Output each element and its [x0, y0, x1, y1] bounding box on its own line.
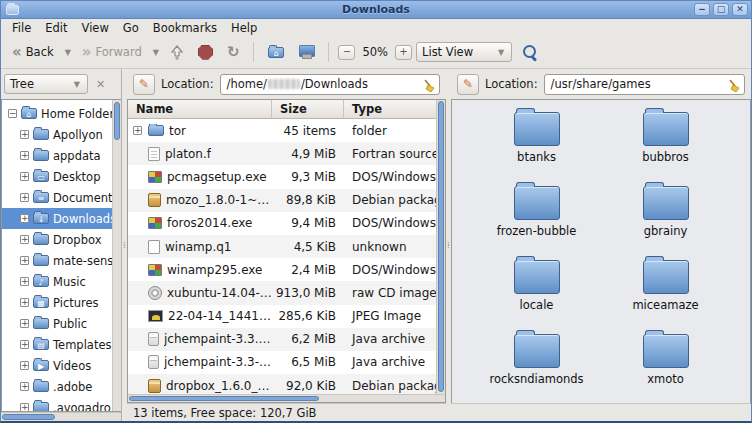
menu-bookmarks[interactable]: Bookmarks	[146, 20, 224, 36]
folder-item-locale[interactable]: locale	[472, 260, 601, 312]
folder-item-frozen-bubble[interactable]: frozen-bubble	[472, 186, 601, 238]
left-location-input[interactable]: /home//Downloads	[220, 74, 440, 95]
sidebar-item-desktop[interactable]: +▭Desktop	[2, 166, 112, 187]
file-row[interactable]: 22-04-14_1441.jpg285,6 KiBJPEG Image	[128, 305, 436, 328]
sidebar-item-mate-sensors-[interactable]: +mate-sensors-	[2, 250, 112, 271]
reload-button[interactable]: ↻	[222, 42, 245, 62]
scrollbar-thumb[interactable]	[114, 102, 120, 140]
tree-expander-icon[interactable]: +	[20, 361, 29, 370]
sidebar-item-public[interactable]: +Public	[2, 313, 112, 334]
menu-help[interactable]: Help	[224, 20, 264, 36]
up-button[interactable]	[165, 42, 189, 63]
sidebar-item--adobe[interactable]: +.adobe	[2, 376, 112, 397]
file-name: jchempaint-3.3.0.jar	[164, 332, 272, 346]
tree-expander-icon[interactable]: +	[20, 277, 29, 286]
file-row[interactable]: +tor45 itemsfolder	[128, 119, 436, 142]
column-header-name[interactable]: Name	[128, 100, 272, 118]
home-button[interactable]: ⌂	[263, 44, 289, 61]
back-button[interactable]: « Back	[7, 42, 59, 62]
sidebar-item-music[interactable]: +♪Music	[2, 271, 112, 292]
folder-item-xmoto[interactable]: xmoto	[601, 334, 730, 386]
file-name-cell: +tor	[128, 124, 272, 138]
tree-expander-icon[interactable]: +	[133, 126, 142, 135]
tree-expander-icon[interactable]: +	[20, 382, 29, 391]
sidebar-item-dropbox[interactable]: +Dropbox	[2, 229, 112, 250]
sidebar-item-home-folder[interactable]: −⌂Home Folder	[2, 103, 112, 124]
view-mode-select[interactable]: List View ▼	[416, 42, 512, 62]
sidebar-item-documents[interactable]: +≡Documents	[2, 187, 112, 208]
forward-button[interactable]: » Forward	[77, 42, 147, 62]
folder-item-gbrainy[interactable]: gbrainy	[601, 186, 730, 238]
column-header-type[interactable]: Type	[344, 100, 436, 118]
tree-expander-icon[interactable]: +	[20, 256, 29, 265]
menu-edit[interactable]: Edit	[38, 20, 74, 36]
zoom-out-button[interactable]: −	[338, 45, 355, 60]
sidebar: Tree ▼ ✕ −⌂Home Folder+Apollyon+appdata+…	[1, 69, 122, 421]
file-row[interactable]: jchempaint-3.3-1210...6,5 MiBJava archiv…	[128, 351, 436, 374]
file-size: 4,9 MiB	[272, 147, 344, 161]
sidebar-item-label: mate-sensors-	[53, 254, 112, 268]
file-row[interactable]: platon.f4,9 MiBFortran source co	[128, 142, 436, 165]
tree-expander-icon[interactable]: +	[20, 130, 29, 139]
maximize-button[interactable]: □	[713, 3, 729, 16]
file-type: Debian package	[344, 193, 436, 207]
file-row[interactable]: mozo_1.8.0-1~unoffi...89,8 KiBDebian pac…	[128, 189, 436, 212]
tree-expander-icon[interactable]: +	[20, 403, 29, 411]
list-horizontal-scrollbar[interactable]	[127, 394, 446, 403]
sidebar-item--avogadro[interactable]: +.avogadro	[2, 397, 112, 411]
clear-location-icon[interactable]	[422, 78, 436, 93]
file-row[interactable]: foros2014.exe9,4 MiBDOS/Windows ex	[128, 212, 436, 235]
forward-history-chevron-icon[interactable]: ▼	[151, 48, 161, 57]
back-history-chevron-icon[interactable]: ▼	[63, 48, 73, 57]
file-row[interactable]: jchempaint-3.3.0.jar6,2 MiBJava archive	[128, 328, 436, 351]
tree-expander-icon[interactable]: +	[20, 235, 29, 244]
tree-expander-icon[interactable]: +	[20, 340, 29, 349]
edit-location-icon[interactable]: ✎	[457, 74, 479, 95]
sidebar-mode-select[interactable]: Tree ▼	[4, 74, 88, 94]
sidebar-item-downloads[interactable]: +↓Downloads	[2, 208, 112, 229]
folder-item-bubbros[interactable]: bubbros	[601, 112, 730, 164]
sidebar-item-videos[interactable]: +▶Videos	[2, 355, 112, 376]
folder-item-btanks[interactable]: btanks	[472, 112, 601, 164]
column-header-size[interactable]: Size	[272, 100, 344, 118]
scrollbar-thumb[interactable]	[129, 396, 319, 401]
tree-expander-icon[interactable]: +	[20, 298, 29, 307]
stop-icon	[198, 45, 213, 60]
clear-location-icon[interactable]	[727, 78, 741, 93]
tree-expander-icon[interactable]: −	[8, 109, 17, 118]
tree-expander-icon[interactable]: +	[20, 214, 29, 223]
sidebar-vertical-scrollbar[interactable]	[112, 100, 121, 411]
tree-expander-icon[interactable]: +	[20, 151, 29, 160]
sidebar-item-pictures[interactable]: +▦Pictures	[2, 292, 112, 313]
right-location-input[interactable]: /usr/share/games	[544, 74, 745, 95]
edit-location-icon[interactable]: ✎	[133, 74, 155, 95]
computer-button[interactable]	[293, 42, 319, 62]
close-button[interactable]: ✕	[732, 3, 748, 16]
menu-go[interactable]: Go	[116, 20, 146, 36]
tree-expander-icon[interactable]: +	[20, 319, 29, 328]
zoom-in-button[interactable]: +	[395, 45, 412, 60]
menu-view[interactable]: View	[75, 20, 116, 36]
file-row[interactable]: dropbox_1.6.0_amd6...92,0 KiBDebian pack…	[128, 374, 436, 394]
close-sidebar-icon[interactable]: ✕	[93, 78, 108, 91]
sidebar-item-templates[interactable]: +▤Templates	[2, 334, 112, 355]
stop-button[interactable]	[193, 42, 218, 63]
list-vertical-scrollbar[interactable]	[436, 100, 445, 394]
folder-item-miceamaze[interactable]: miceamaze	[601, 260, 730, 312]
search-icon[interactable]	[522, 44, 538, 60]
tree-expander-icon[interactable]: +	[20, 172, 29, 181]
file-row[interactable]: winamp295.exe2,4 MiBDOS/Windows ex	[128, 258, 436, 281]
folder-item-rocksndiamonds[interactable]: rocksndiamonds	[472, 334, 601, 386]
file-row[interactable]: winamp.q14,5 KiBunknown	[128, 235, 436, 258]
minimize-button[interactable]: −	[694, 3, 710, 16]
sidebar-item-appdata[interactable]: +appdata	[2, 145, 112, 166]
tree-expander-icon[interactable]: +	[20, 193, 29, 202]
titlebar[interactable]: Downloads −□✕	[1, 1, 751, 19]
menu-file[interactable]: File	[5, 20, 38, 36]
scrollbar-thumb[interactable]	[2, 414, 55, 420]
sidebar-horizontal-scrollbar[interactable]	[1, 412, 121, 421]
file-row[interactable]: xubuntu-14.04-deskt...913,0 MiBraw CD im…	[128, 281, 436, 304]
file-row[interactable]: pcmagsetup.exe9,3 MiBDOS/Windows ex	[128, 165, 436, 188]
sidebar-item-apollyon[interactable]: +Apollyon	[2, 124, 112, 145]
scrollbar-thumb[interactable]	[438, 101, 444, 392]
